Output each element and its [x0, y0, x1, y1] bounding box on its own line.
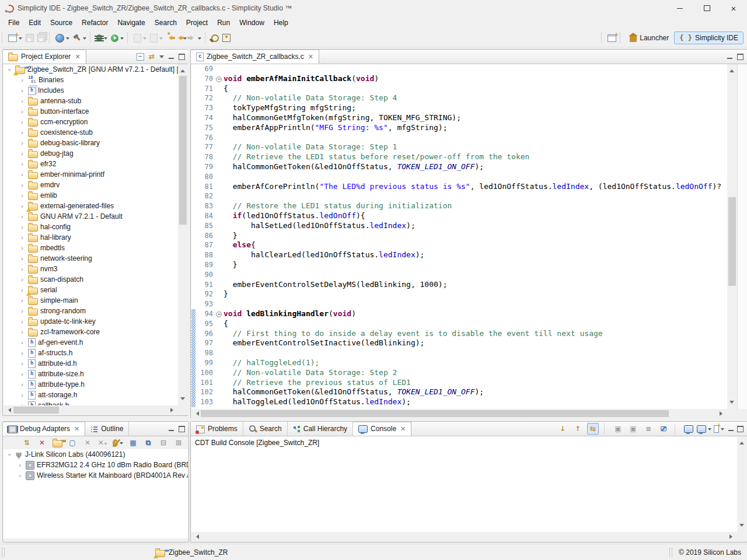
code-text[interactable]: if(led1OnOffStatus.ledOnOff){: [224, 211, 727, 221]
code-text[interactable]: // Restore the LED1 status during initia…: [224, 201, 727, 211]
chevron-collapsed-icon[interactable]: ›: [19, 392, 26, 398]
copy-icon[interactable]: ⧉: [142, 437, 154, 449]
code-text[interactable]: emberAfAppPrintln("MFG String: %s", mfgS…: [224, 123, 727, 133]
code-text[interactable]: halToggleLed(led1OnOffStatus.ledIndex);: [224, 397, 727, 407]
code-text[interactable]: halCommonGetToken(&led1OnOffStatus, TOKE…: [224, 387, 727, 397]
build-button[interactable]: [72, 31, 88, 45]
tree-item-binaries[interactable]: ›Binaries: [4, 75, 178, 85]
code-line[interactable]: 87 else{: [191, 240, 727, 250]
console-vscrollbar[interactable]: [737, 436, 746, 532]
fold-gutter[interactable]: [215, 260, 224, 270]
fold-gutter[interactable]: [215, 84, 224, 94]
tree-item-attribute-type-h[interactable]: ›attribute-type.h: [4, 379, 178, 390]
maximize-view-icon[interactable]: [179, 426, 185, 432]
new-group-icon[interactable]: [51, 437, 63, 449]
fold-gutter[interactable]: [215, 113, 224, 123]
line-number[interactable]: 76: [196, 133, 215, 143]
chevron-collapsed-icon[interactable]: ›: [19, 130, 26, 136]
fold-gutter[interactable]: [215, 221, 224, 231]
fold-gutter[interactable]: [215, 123, 224, 133]
fold-gutter[interactable]: [215, 368, 224, 378]
fold-gutter[interactable]: [215, 133, 224, 143]
code-line[interactable]: 92}: [191, 289, 727, 299]
forward-button[interactable]: [189, 31, 203, 45]
chevron-collapsed-icon[interactable]: ›: [19, 77, 26, 83]
close-button[interactable]: ×: [720, 0, 747, 16]
code-text[interactable]: [224, 64, 727, 74]
fold-gutter[interactable]: [215, 240, 224, 250]
tree-item-button-interface[interactable]: ›button-interface: [4, 106, 178, 117]
code-line[interactable]: 102 halCommonGetToken(&led1OnOffStatus, …: [191, 387, 727, 397]
tree-item-network-steering[interactable]: ›network-steering: [4, 253, 178, 264]
tree-item-emdrv[interactable]: ›emdrv: [4, 180, 178, 190]
chevron-collapsed-icon[interactable]: ›: [19, 192, 26, 199]
code-line[interactable]: 103 halToggleLed(led1OnOffStatus.ledInde…: [191, 397, 727, 407]
chevron-collapsed-icon[interactable]: ›: [19, 276, 26, 283]
line-number[interactable]: 85: [196, 221, 215, 231]
remove-all-icon[interactable]: ✕₊: [97, 437, 109, 449]
save-all-button[interactable]: [36, 31, 47, 45]
tree-item-emlib[interactable]: ›emlib: [4, 190, 178, 201]
terminate-icon[interactable]: ▣: [612, 423, 624, 435]
code-text[interactable]: [224, 270, 727, 280]
fold-gutter[interactable]: [215, 378, 224, 388]
minimize-view-icon[interactable]: [727, 58, 732, 59]
close-tab-icon[interactable]: ✕: [308, 53, 313, 61]
code-text[interactable]: // Non-volatile Data Storage: Step 2: [224, 368, 727, 378]
tree-item-external-generated-files[interactable]: ›external-generated-files: [4, 201, 178, 211]
collapse-all-icon[interactable]: ⊟: [158, 437, 169, 449]
code-line[interactable]: 77 // Non-volatile Data Storage: Step 1: [191, 142, 727, 152]
line-number[interactable]: 87: [196, 240, 215, 250]
clear-console-icon[interactable]: ⎚: [658, 423, 669, 435]
code-line[interactable]: 91 emberEventControlSetDelayMS(ledBlinki…: [191, 280, 727, 290]
fold-gutter[interactable]: [215, 358, 224, 368]
code-line[interactable]: 85 halSetLed(led1OnOffStatus.ledIndex);: [191, 221, 727, 231]
code-line[interactable]: 70void emberAfMainInitCallback(void): [191, 74, 727, 84]
chevron-collapsed-icon[interactable]: ›: [19, 318, 26, 325]
minimize-view-icon[interactable]: [728, 430, 734, 431]
tree-item-antenna-stub[interactable]: ›antenna-stub: [4, 96, 178, 106]
tree-item-simple-main[interactable]: ›simple-main: [4, 295, 178, 306]
chevron-collapsed-icon[interactable]: ›: [19, 214, 26, 220]
code-text[interactable]: // halToggleLed(1);: [224, 358, 727, 368]
line-number[interactable]: 77: [196, 142, 215, 152]
code-line[interactable]: 80: [191, 172, 727, 182]
web-button[interactable]: [54, 31, 71, 45]
chevron-collapsed-icon[interactable]: ›: [19, 382, 26, 388]
code-line[interactable]: 71{: [191, 84, 727, 94]
chevron-collapsed-icon[interactable]: ›: [19, 329, 26, 335]
chevron-collapsed-icon[interactable]: ›: [19, 108, 26, 115]
code-line[interactable]: 75 emberAfAppPrintln("MFG String: %s", m…: [191, 123, 727, 133]
chevron-collapsed-icon[interactable]: ›: [19, 287, 26, 293]
chevron-collapsed-icon[interactable]: ›: [19, 119, 26, 125]
tab-project-explorer[interactable]: Project Explorer ✕: [3, 50, 86, 64]
project-explorer-vscrollbar[interactable]: [178, 64, 188, 405]
code-line[interactable]: 96 // First thing to do inside a delay e…: [191, 329, 727, 339]
code-text[interactable]: tokTypeMfgString mfgString;: [224, 103, 727, 113]
code-text[interactable]: [224, 299, 727, 309]
code-text[interactable]: // Retrieve the LED1 status before reset…: [224, 152, 727, 162]
menu-file[interactable]: File: [4, 17, 24, 29]
code-text[interactable]: void ledBlinkingHandler(void): [224, 309, 727, 319]
console-hscrollbar[interactable]: [191, 532, 737, 541]
chevron-collapsed-icon[interactable]: ›: [19, 298, 26, 304]
code-line[interactable]: 78 // Retrieve the LED1 status before re…: [191, 152, 727, 162]
chevron-collapsed-icon[interactable]: ›: [19, 224, 26, 230]
code-text[interactable]: halCommonGetMfgToken(mfgString, TOKEN_MF…: [224, 113, 727, 123]
tree-item-scan-dispatch[interactable]: ›scan-dispatch: [4, 274, 178, 285]
delete-icon[interactable]: ✕: [82, 437, 93, 449]
expand-all-icon[interactable]: ⊞: [173, 437, 184, 449]
menu-navigate[interactable]: Navigate: [113, 17, 149, 29]
project-explorer-hscrollbar[interactable]: [4, 405, 178, 415]
tree-item-debug-jtag[interactable]: ›debug-jtag: [4, 148, 178, 159]
tree-item-gnu-arm-v7-2-1-default[interactable]: ›GNU ARM v7.2.1 - Default: [4, 211, 178, 222]
code-text[interactable]: [224, 172, 727, 182]
line-number[interactable]: 70: [196, 74, 215, 84]
tab-outline[interactable]: Outline: [85, 422, 129, 436]
tab-console[interactable]: Console✕: [353, 422, 411, 436]
code-line[interactable]: 88 halClearLed(led1OnOffStatus.ledIndex)…: [191, 250, 727, 260]
code-text[interactable]: // First thing to do inside a delay even…: [224, 329, 727, 339]
tree-item-hal-library[interactable]: ›hal-library: [4, 232, 178, 243]
line-number[interactable]: 82: [196, 191, 215, 201]
tree-item-efr32[interactable]: ›efr32: [4, 159, 178, 169]
